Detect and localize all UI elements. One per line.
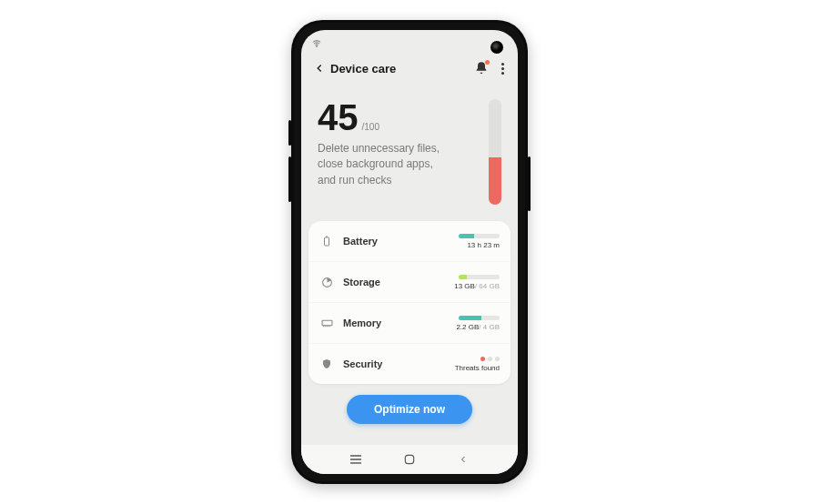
battery-icon [319, 235, 334, 247]
storage-icon [319, 277, 334, 288]
score-gauge [489, 99, 501, 205]
svg-rect-1 [325, 237, 329, 246]
back-button[interactable] [310, 59, 329, 77]
home-icon [403, 453, 416, 466]
chevron-left-icon [313, 62, 326, 75]
wifi-icon [312, 39, 321, 48]
page-title: Device care [330, 62, 396, 76]
security-detail: Threats found [455, 364, 500, 372]
optimize-now-button[interactable]: Optimize now [347, 395, 472, 424]
storage-bar [459, 275, 500, 279]
more-options-button[interactable] [496, 61, 509, 76]
row-security[interactable]: Security Threats found [308, 343, 511, 384]
battery-label: Battery [343, 236, 436, 247]
svg-rect-4 [322, 320, 332, 325]
recents-icon [349, 454, 363, 465]
nav-back-button[interactable] [454, 450, 472, 469]
memory-bar [459, 316, 500, 320]
svg-rect-12 [405, 455, 413, 463]
header: Device care [301, 54, 518, 83]
chevron-left-icon [458, 454, 469, 465]
score-value: 45 [318, 99, 359, 136]
memory-icon [319, 318, 334, 328]
notification-dot-icon [485, 60, 490, 65]
nav-home-button[interactable] [400, 450, 419, 469]
storage-detail: 13 GB/ 64 GB [454, 282, 500, 290]
row-memory[interactable]: Memory 2.2 GB/ 4 GB [308, 302, 511, 343]
phone-frame: Device care 45 /100 [291, 20, 528, 484]
row-storage[interactable]: Storage 13 GB/ 64 GB [308, 261, 511, 302]
storage-label: Storage [343, 277, 436, 287]
row-battery[interactable]: Battery 13 h 23 m [308, 221, 511, 261]
notifications-button[interactable] [474, 61, 489, 76]
android-nav-bar [301, 445, 518, 474]
svg-point-0 [317, 46, 318, 47]
battery-detail: 13 h 23 m [467, 241, 500, 249]
shield-icon [319, 358, 334, 370]
memory-label: Memory [343, 318, 436, 328]
score-section: 45 /100 Delete unnecessary files, close … [301, 83, 518, 217]
nav-recents-button[interactable] [347, 450, 365, 469]
security-dots [480, 357, 500, 361]
metrics-card: Battery 13 h 23 m Storage 1 [308, 221, 511, 384]
camera-hole [490, 41, 503, 54]
status-bar [301, 30, 518, 54]
score-max: /100 [362, 122, 379, 132]
battery-bar [459, 234, 500, 238]
score-gauge-fill [489, 157, 501, 205]
screen: Device care 45 /100 [301, 30, 518, 474]
memory-detail: 2.2 GB/ 4 GB [456, 323, 500, 331]
security-label: Security [343, 358, 436, 369]
score-advice: Delete unnecessary files, close backgrou… [318, 141, 454, 188]
